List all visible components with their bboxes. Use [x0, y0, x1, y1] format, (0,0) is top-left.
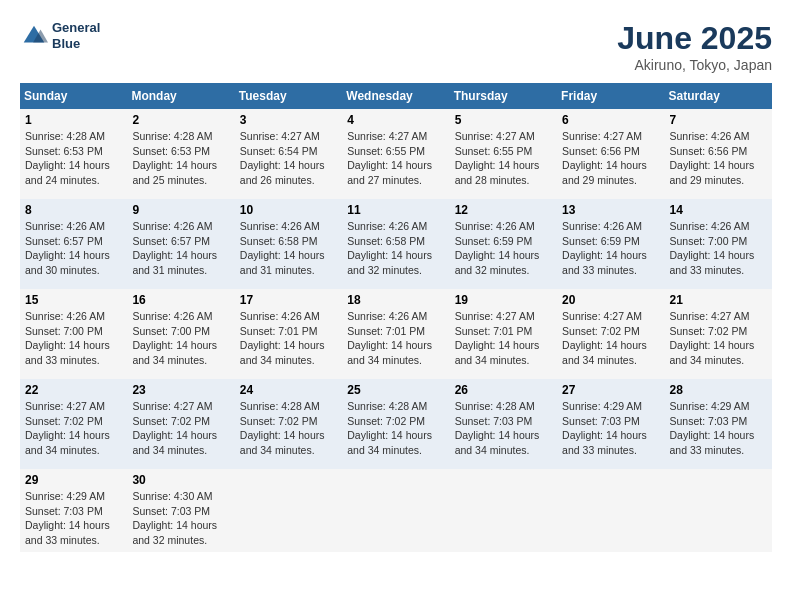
calendar-cell: 7Sunrise: 4:26 AM Sunset: 6:56 PM Daylig… — [665, 109, 772, 199]
day-number: 7 — [670, 113, 767, 127]
day-info: Sunrise: 4:26 AM Sunset: 6:58 PM Dayligh… — [240, 219, 337, 278]
logo: General Blue — [20, 20, 100, 51]
calendar-cell: 6Sunrise: 4:27 AM Sunset: 6:56 PM Daylig… — [557, 109, 664, 199]
day-number: 12 — [455, 203, 552, 217]
calendar-cell: 5Sunrise: 4:27 AM Sunset: 6:55 PM Daylig… — [450, 109, 557, 199]
weekday-header-wednesday: Wednesday — [342, 83, 449, 109]
day-number: 22 — [25, 383, 122, 397]
day-info: Sunrise: 4:26 AM Sunset: 6:58 PM Dayligh… — [347, 219, 444, 278]
calendar-cell — [450, 469, 557, 552]
day-info: Sunrise: 4:29 AM Sunset: 7:03 PM Dayligh… — [670, 399, 767, 458]
day-number: 16 — [132, 293, 229, 307]
day-number: 29 — [25, 473, 122, 487]
logo-icon — [20, 22, 48, 50]
calendar-cell: 21Sunrise: 4:27 AM Sunset: 7:02 PM Dayli… — [665, 289, 772, 379]
calendar-cell: 20Sunrise: 4:27 AM Sunset: 7:02 PM Dayli… — [557, 289, 664, 379]
day-info: Sunrise: 4:29 AM Sunset: 7:03 PM Dayligh… — [562, 399, 659, 458]
calendar-cell: 30Sunrise: 4:30 AM Sunset: 7:03 PM Dayli… — [127, 469, 234, 552]
day-number: 9 — [132, 203, 229, 217]
day-info: Sunrise: 4:27 AM Sunset: 6:55 PM Dayligh… — [455, 129, 552, 188]
weekday-header-saturday: Saturday — [665, 83, 772, 109]
day-info: Sunrise: 4:26 AM Sunset: 6:59 PM Dayligh… — [455, 219, 552, 278]
weekday-header-monday: Monday — [127, 83, 234, 109]
day-number: 1 — [25, 113, 122, 127]
day-number: 11 — [347, 203, 444, 217]
day-info: Sunrise: 4:26 AM Sunset: 7:01 PM Dayligh… — [240, 309, 337, 368]
day-info: Sunrise: 4:28 AM Sunset: 7:02 PM Dayligh… — [240, 399, 337, 458]
day-number: 24 — [240, 383, 337, 397]
logo-line1: General — [52, 20, 100, 36]
week-row-1: 1Sunrise: 4:28 AM Sunset: 6:53 PM Daylig… — [20, 109, 772, 199]
calendar-cell: 3Sunrise: 4:27 AM Sunset: 6:54 PM Daylig… — [235, 109, 342, 199]
calendar-cell: 23Sunrise: 4:27 AM Sunset: 7:02 PM Dayli… — [127, 379, 234, 469]
weekday-header-friday: Friday — [557, 83, 664, 109]
day-number: 27 — [562, 383, 659, 397]
day-info: Sunrise: 4:26 AM Sunset: 7:00 PM Dayligh… — [670, 219, 767, 278]
day-number: 8 — [25, 203, 122, 217]
calendar-cell: 12Sunrise: 4:26 AM Sunset: 6:59 PM Dayli… — [450, 199, 557, 289]
day-number: 21 — [670, 293, 767, 307]
day-info: Sunrise: 4:28 AM Sunset: 7:03 PM Dayligh… — [455, 399, 552, 458]
day-number: 18 — [347, 293, 444, 307]
day-info: Sunrise: 4:28 AM Sunset: 7:02 PM Dayligh… — [347, 399, 444, 458]
calendar-cell: 10Sunrise: 4:26 AM Sunset: 6:58 PM Dayli… — [235, 199, 342, 289]
calendar-cell — [235, 469, 342, 552]
day-number: 15 — [25, 293, 122, 307]
calendar-cell: 2Sunrise: 4:28 AM Sunset: 6:53 PM Daylig… — [127, 109, 234, 199]
day-info: Sunrise: 4:26 AM Sunset: 7:01 PM Dayligh… — [347, 309, 444, 368]
calendar-cell: 25Sunrise: 4:28 AM Sunset: 7:02 PM Dayli… — [342, 379, 449, 469]
day-info: Sunrise: 4:26 AM Sunset: 7:00 PM Dayligh… — [132, 309, 229, 368]
weekday-header-tuesday: Tuesday — [235, 83, 342, 109]
calendar-cell: 28Sunrise: 4:29 AM Sunset: 7:03 PM Dayli… — [665, 379, 772, 469]
day-info: Sunrise: 4:28 AM Sunset: 6:53 PM Dayligh… — [132, 129, 229, 188]
page-subtitle: Akiruno, Tokyo, Japan — [617, 57, 772, 73]
calendar-cell: 18Sunrise: 4:26 AM Sunset: 7:01 PM Dayli… — [342, 289, 449, 379]
calendar-cell: 11Sunrise: 4:26 AM Sunset: 6:58 PM Dayli… — [342, 199, 449, 289]
calendar-cell: 19Sunrise: 4:27 AM Sunset: 7:01 PM Dayli… — [450, 289, 557, 379]
calendar-cell: 13Sunrise: 4:26 AM Sunset: 6:59 PM Dayli… — [557, 199, 664, 289]
week-row-4: 22Sunrise: 4:27 AM Sunset: 7:02 PM Dayli… — [20, 379, 772, 469]
day-info: Sunrise: 4:27 AM Sunset: 6:55 PM Dayligh… — [347, 129, 444, 188]
day-info: Sunrise: 4:26 AM Sunset: 6:56 PM Dayligh… — [670, 129, 767, 188]
calendar-cell: 16Sunrise: 4:26 AM Sunset: 7:00 PM Dayli… — [127, 289, 234, 379]
week-row-2: 8Sunrise: 4:26 AM Sunset: 6:57 PM Daylig… — [20, 199, 772, 289]
calendar-cell: 9Sunrise: 4:26 AM Sunset: 6:57 PM Daylig… — [127, 199, 234, 289]
day-number: 3 — [240, 113, 337, 127]
calendar-table: SundayMondayTuesdayWednesdayThursdayFrid… — [20, 83, 772, 552]
calendar-cell: 15Sunrise: 4:26 AM Sunset: 7:00 PM Dayli… — [20, 289, 127, 379]
day-number: 13 — [562, 203, 659, 217]
page-title: June 2025 — [617, 20, 772, 57]
day-number: 14 — [670, 203, 767, 217]
day-info: Sunrise: 4:26 AM Sunset: 7:00 PM Dayligh… — [25, 309, 122, 368]
logo-text: General Blue — [52, 20, 100, 51]
week-row-5: 29Sunrise: 4:29 AM Sunset: 7:03 PM Dayli… — [20, 469, 772, 552]
week-row-3: 15Sunrise: 4:26 AM Sunset: 7:00 PM Dayli… — [20, 289, 772, 379]
day-info: Sunrise: 4:27 AM Sunset: 6:54 PM Dayligh… — [240, 129, 337, 188]
weekday-header-thursday: Thursday — [450, 83, 557, 109]
day-number: 5 — [455, 113, 552, 127]
calendar-cell: 22Sunrise: 4:27 AM Sunset: 7:02 PM Dayli… — [20, 379, 127, 469]
calendar-cell: 14Sunrise: 4:26 AM Sunset: 7:00 PM Dayli… — [665, 199, 772, 289]
weekday-header-row: SundayMondayTuesdayWednesdayThursdayFrid… — [20, 83, 772, 109]
day-info: Sunrise: 4:27 AM Sunset: 7:02 PM Dayligh… — [670, 309, 767, 368]
day-number: 19 — [455, 293, 552, 307]
calendar-cell — [557, 469, 664, 552]
calendar-cell: 27Sunrise: 4:29 AM Sunset: 7:03 PM Dayli… — [557, 379, 664, 469]
day-number: 2 — [132, 113, 229, 127]
day-number: 25 — [347, 383, 444, 397]
day-info: Sunrise: 4:27 AM Sunset: 7:02 PM Dayligh… — [562, 309, 659, 368]
day-number: 28 — [670, 383, 767, 397]
day-number: 4 — [347, 113, 444, 127]
day-info: Sunrise: 4:27 AM Sunset: 7:01 PM Dayligh… — [455, 309, 552, 368]
day-info: Sunrise: 4:26 AM Sunset: 6:57 PM Dayligh… — [25, 219, 122, 278]
day-number: 23 — [132, 383, 229, 397]
day-info: Sunrise: 4:27 AM Sunset: 6:56 PM Dayligh… — [562, 129, 659, 188]
day-number: 17 — [240, 293, 337, 307]
calendar-cell: 29Sunrise: 4:29 AM Sunset: 7:03 PM Dayli… — [20, 469, 127, 552]
day-info: Sunrise: 4:29 AM Sunset: 7:03 PM Dayligh… — [25, 489, 122, 548]
calendar-cell: 24Sunrise: 4:28 AM Sunset: 7:02 PM Dayli… — [235, 379, 342, 469]
calendar-cell: 26Sunrise: 4:28 AM Sunset: 7:03 PM Dayli… — [450, 379, 557, 469]
calendar-cell: 17Sunrise: 4:26 AM Sunset: 7:01 PM Dayli… — [235, 289, 342, 379]
day-info: Sunrise: 4:28 AM Sunset: 6:53 PM Dayligh… — [25, 129, 122, 188]
calendar-cell: 1Sunrise: 4:28 AM Sunset: 6:53 PM Daylig… — [20, 109, 127, 199]
